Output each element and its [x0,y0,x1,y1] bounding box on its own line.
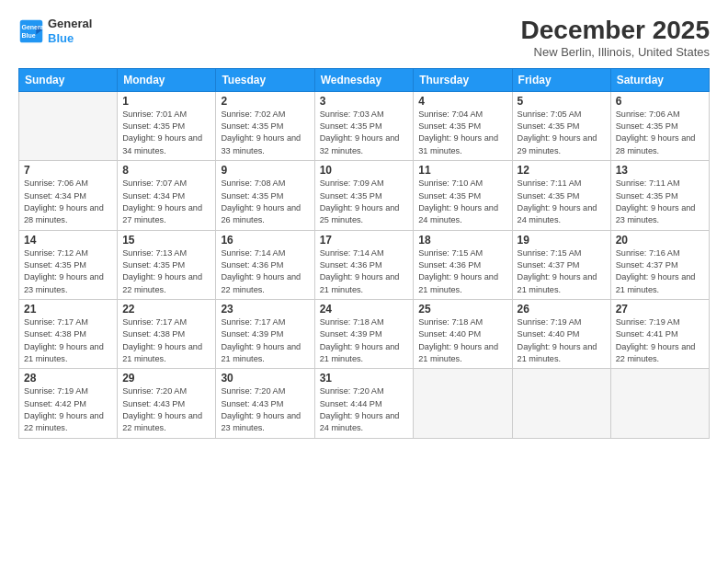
day-info: Sunrise: 7:14 AMSunset: 4:36 PMDaylight:… [320,247,409,296]
logo-general: General [48,17,92,31]
weekday-header-row: SundayMondayTuesdayWednesdayThursdayFrid… [19,68,710,91]
weekday-header-saturday: Saturday [610,68,709,91]
calendar-cell: 10Sunrise: 7:09 AMSunset: 4:35 PMDayligh… [314,161,414,230]
weekday-header-thursday: Thursday [414,68,512,91]
calendar-cell: 4Sunrise: 7:04 AMSunset: 4:35 PMDaylight… [414,91,512,160]
calendar-week-2: 7Sunrise: 7:06 AMSunset: 4:34 PMDaylight… [19,161,710,230]
calendar-cell: 5Sunrise: 7:05 AMSunset: 4:35 PMDaylight… [512,91,610,160]
day-number: 23 [221,303,309,316]
day-number: 2 [221,95,309,108]
day-info: Sunrise: 7:12 AMSunset: 4:35 PMDaylight:… [24,247,112,296]
calendar-cell: 22Sunrise: 7:17 AMSunset: 4:38 PMDayligh… [118,299,216,368]
day-number: 15 [122,234,210,247]
day-info: Sunrise: 7:19 AMSunset: 4:42 PMDaylight:… [24,385,112,434]
day-number: 28 [24,372,112,385]
logo-icon: General Blue [18,18,44,44]
calendar-cell: 8Sunrise: 7:07 AMSunset: 4:34 PMDaylight… [118,161,216,230]
day-number: 24 [320,303,409,316]
calendar-cell: 30Sunrise: 7:20 AMSunset: 4:43 PMDayligh… [216,369,314,438]
calendar-cell: 29Sunrise: 7:20 AMSunset: 4:43 PMDayligh… [118,369,216,438]
calendar-cell [414,369,512,438]
calendar-cell: 12Sunrise: 7:11 AMSunset: 4:35 PMDayligh… [512,161,610,230]
calendar-cell: 20Sunrise: 7:16 AMSunset: 4:37 PMDayligh… [610,230,709,299]
weekday-header-sunday: Sunday [19,68,118,91]
calendar-cell: 27Sunrise: 7:19 AMSunset: 4:41 PMDayligh… [610,299,709,368]
day-info: Sunrise: 7:19 AMSunset: 4:41 PMDaylight:… [616,316,704,365]
day-info: Sunrise: 7:06 AMSunset: 4:34 PMDaylight:… [24,178,112,226]
day-number: 13 [616,164,704,177]
calendar-cell [512,369,610,438]
day-number: 29 [122,372,210,385]
day-info: Sunrise: 7:17 AMSunset: 4:38 PMDaylight:… [24,316,112,365]
day-info: Sunrise: 7:04 AMSunset: 4:35 PMDaylight:… [418,109,506,157]
day-number: 31 [320,372,409,385]
calendar-week-3: 14Sunrise: 7:12 AMSunset: 4:35 PMDayligh… [19,230,710,299]
day-number: 14 [24,234,112,247]
day-number: 7 [24,164,112,177]
day-info: Sunrise: 7:20 AMSunset: 4:44 PMDaylight:… [320,385,409,434]
calendar-cell: 25Sunrise: 7:18 AMSunset: 4:40 PMDayligh… [414,299,512,368]
location-subtitle: New Berlin, Illinois, United States [521,45,710,59]
calendar-cell: 17Sunrise: 7:14 AMSunset: 4:36 PMDayligh… [314,230,414,299]
day-number: 10 [320,164,409,177]
day-number: 20 [616,234,704,247]
calendar-cell: 6Sunrise: 7:06 AMSunset: 4:35 PMDaylight… [610,91,709,160]
day-number: 11 [418,164,506,177]
day-number: 4 [418,95,506,108]
day-info: Sunrise: 7:17 AMSunset: 4:38 PMDaylight:… [122,316,210,365]
calendar-cell: 3Sunrise: 7:03 AMSunset: 4:35 PMDaylight… [314,91,414,160]
day-number: 1 [122,95,210,108]
day-number: 18 [418,234,506,247]
calendar-cell: 16Sunrise: 7:14 AMSunset: 4:36 PMDayligh… [216,230,314,299]
day-info: Sunrise: 7:20 AMSunset: 4:43 PMDaylight:… [122,385,210,434]
calendar-cell: 23Sunrise: 7:17 AMSunset: 4:39 PMDayligh… [216,299,314,368]
calendar-cell: 2Sunrise: 7:02 AMSunset: 4:35 PMDaylight… [216,91,314,160]
day-info: Sunrise: 7:15 AMSunset: 4:37 PMDaylight:… [518,247,606,296]
calendar-cell: 15Sunrise: 7:13 AMSunset: 4:35 PMDayligh… [118,230,216,299]
day-number: 8 [122,164,210,177]
calendar-cell [19,91,118,160]
day-info: Sunrise: 7:16 AMSunset: 4:37 PMDaylight:… [616,247,704,296]
day-number: 27 [616,303,704,316]
day-info: Sunrise: 7:03 AMSunset: 4:35 PMDaylight:… [320,109,409,157]
weekday-header-tuesday: Tuesday [216,68,314,91]
day-info: Sunrise: 7:14 AMSunset: 4:36 PMDaylight:… [221,247,309,296]
calendar-cell: 7Sunrise: 7:06 AMSunset: 4:34 PMDaylight… [19,161,118,230]
day-info: Sunrise: 7:19 AMSunset: 4:40 PMDaylight:… [518,316,606,365]
calendar-cell [610,369,709,438]
day-info: Sunrise: 7:02 AMSunset: 4:35 PMDaylight:… [221,109,309,157]
calendar-week-5: 28Sunrise: 7:19 AMSunset: 4:42 PMDayligh… [19,369,710,438]
day-info: Sunrise: 7:09 AMSunset: 4:35 PMDaylight:… [320,178,409,226]
header: General Blue General Blue December 2025 … [18,17,710,59]
day-number: 9 [221,164,309,177]
title-block: December 2025 New Berlin, Illinois, Unit… [521,17,710,59]
page: General Blue General Blue December 2025 … [0,0,728,563]
calendar-cell: 28Sunrise: 7:19 AMSunset: 4:42 PMDayligh… [19,369,118,438]
weekday-header-monday: Monday [118,68,216,91]
calendar-cell: 14Sunrise: 7:12 AMSunset: 4:35 PMDayligh… [19,230,118,299]
day-number: 30 [221,372,309,385]
day-info: Sunrise: 7:01 AMSunset: 4:35 PMDaylight:… [122,109,210,157]
svg-text:General: General [22,24,45,30]
day-info: Sunrise: 7:06 AMSunset: 4:35 PMDaylight:… [616,109,704,157]
day-info: Sunrise: 7:07 AMSunset: 4:34 PMDaylight:… [122,178,210,226]
day-number: 19 [518,234,606,247]
logo: General Blue General Blue [18,17,92,45]
day-info: Sunrise: 7:05 AMSunset: 4:35 PMDaylight:… [518,109,606,157]
day-number: 6 [616,95,704,108]
calendar-table: SundayMondayTuesdayWednesdayThursdayFrid… [18,68,710,439]
logo-blue: Blue [48,31,92,46]
weekday-header-friday: Friday [512,68,610,91]
day-info: Sunrise: 7:10 AMSunset: 4:35 PMDaylight:… [418,178,506,226]
day-info: Sunrise: 7:15 AMSunset: 4:36 PMDaylight:… [418,247,506,296]
day-info: Sunrise: 7:08 AMSunset: 4:35 PMDaylight:… [221,178,309,226]
day-number: 12 [518,164,606,177]
calendar-cell: 1Sunrise: 7:01 AMSunset: 4:35 PMDaylight… [118,91,216,160]
day-info: Sunrise: 7:17 AMSunset: 4:39 PMDaylight:… [221,316,309,365]
calendar-cell: 18Sunrise: 7:15 AMSunset: 4:36 PMDayligh… [414,230,512,299]
calendar-week-4: 21Sunrise: 7:17 AMSunset: 4:38 PMDayligh… [19,299,710,368]
day-info: Sunrise: 7:11 AMSunset: 4:35 PMDaylight:… [616,178,704,226]
weekday-header-wednesday: Wednesday [314,68,414,91]
calendar-cell: 11Sunrise: 7:10 AMSunset: 4:35 PMDayligh… [414,161,512,230]
month-title: December 2025 [521,17,710,45]
